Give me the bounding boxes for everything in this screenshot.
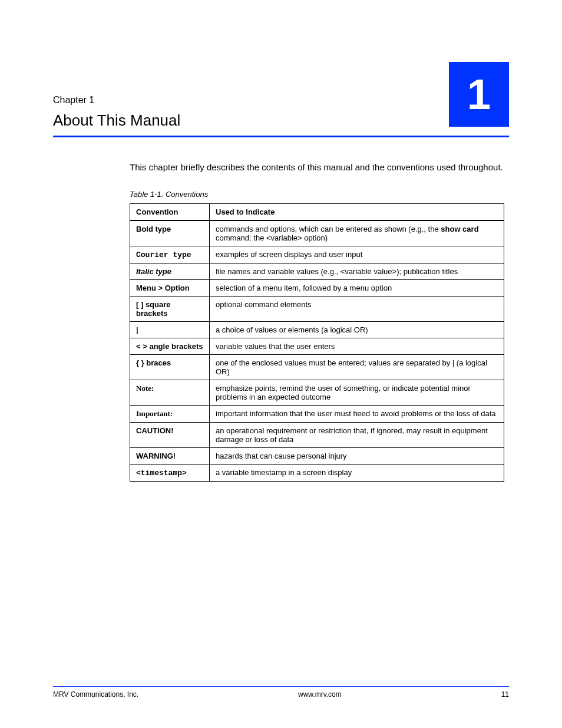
table-row: { } braces one of the enclosed values mu…	[130, 354, 504, 380]
table-row: Bold type commands and options, which ca…	[130, 220, 504, 246]
chapter-label: Chapter 1	[53, 95, 449, 106]
conv-menu: Menu > Option	[130, 279, 210, 296]
table-row: Courier type examples of screen displays…	[130, 246, 504, 263]
conv-desc: optional command elements	[210, 296, 504, 321]
conv-angle: < > angle brackets	[130, 338, 210, 354]
footer-url: www.mrv.com	[298, 690, 342, 699]
col-header-description: Used to Indicate	[210, 203, 504, 220]
footer-page-number: 11	[501, 690, 509, 699]
conv-desc: hazards that can cause personal injury	[210, 447, 504, 464]
conv-desc: emphasize points, remind the user of som…	[210, 380, 504, 405]
conv-warning: WARNING!	[136, 452, 176, 460]
table-row: Italic type file names and variable valu…	[130, 263, 504, 279]
table-row: Important: important information that th…	[130, 405, 504, 422]
col-header-convention: Convention	[130, 203, 210, 220]
conv-courier: Courier type	[136, 251, 191, 259]
conv-desc: an operational requirement or restrictio…	[210, 422, 504, 447]
conv-braces: { } braces	[130, 354, 210, 380]
conv-caution: CAUTION!	[136, 426, 174, 435]
conv-desc: a variable timestamp in a screen display	[210, 464, 504, 481]
conv-pipe: |	[130, 321, 210, 338]
table-row: WARNING! hazards that can cause personal…	[130, 447, 504, 464]
page-footer: MRV Communications, Inc. www.mrv.com 11	[53, 686, 509, 699]
conventions-table: Convention Used to Indicate Bold type co…	[130, 203, 504, 482]
table-row: <timestamp> a variable timestamp in a sc…	[130, 464, 504, 481]
table-row: [ ] square brackets optional command ele…	[130, 296, 504, 321]
conv-important: Important:	[136, 409, 173, 418]
conv-note: Note:	[136, 384, 154, 393]
table-caption: Table 1-1. Conventions	[130, 190, 509, 199]
conv-desc: variable values that the user enters	[210, 338, 504, 354]
table-row: CAUTION! an operational requirement or r…	[130, 422, 504, 447]
conv-bold: Bold type	[136, 225, 171, 233]
table-row: < > angle brackets variable values that …	[130, 338, 504, 354]
intro-paragraph: This chapter briefly describes the conte…	[130, 161, 509, 174]
table-header-row: Convention Used to Indicate	[130, 203, 504, 220]
conv-timestamp: <timestamp>	[136, 469, 187, 477]
header-divider	[53, 136, 509, 137]
conv-desc: important information that the user must…	[210, 405, 504, 422]
chapter-title: About This Manual	[53, 111, 449, 130]
conv-desc: one of the enclosed values must be enter…	[210, 354, 504, 380]
conv-desc: file names and variable values (e.g., <v…	[210, 263, 504, 279]
conv-desc: examples of screen displays and user inp…	[210, 246, 504, 263]
conv-desc: selection of a menu item, followed by a …	[210, 279, 504, 296]
conv-brackets: [ ] square brackets	[130, 296, 210, 321]
chapter-header: Chapter 1 About This Manual 1	[53, 62, 509, 130]
chapter-number-badge: 1	[449, 62, 509, 127]
conv-desc: commands and options, which can be enter…	[210, 220, 504, 246]
table-row: Menu > Option selection of a menu item, …	[130, 279, 504, 296]
table-row: Note: emphasize points, remind the user …	[130, 380, 504, 405]
conv-italic: Italic type	[136, 267, 171, 276]
footer-company: MRV Communications, Inc.	[53, 690, 138, 699]
conv-desc: a choice of values or elements (a logica…	[210, 321, 504, 338]
table-row: | a choice of values or elements (a logi…	[130, 321, 504, 338]
